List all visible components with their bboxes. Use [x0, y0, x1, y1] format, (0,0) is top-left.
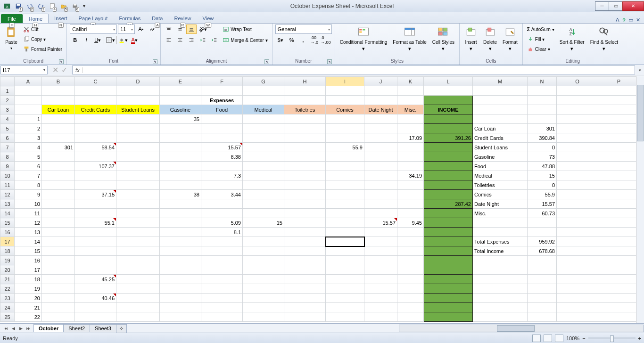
wrap-text-button[interactable]: abWrap Text — [221, 24, 269, 34]
cell[interactable] — [201, 294, 243, 303]
cell[interactable] — [160, 228, 201, 237]
cell[interactable]: Car Loan — [473, 124, 528, 133]
cell[interactable] — [326, 246, 364, 256]
qat-new[interactable]: 4 — [47, 1, 58, 11]
cell[interactable] — [557, 312, 598, 322]
cell[interactable] — [326, 303, 364, 312]
cell[interactable] — [326, 171, 364, 180]
cell[interactable]: 107.37 — [75, 162, 116, 171]
cell[interactable] — [326, 124, 364, 133]
cell[interactable]: 390.84 — [528, 133, 557, 143]
cell[interactable] — [528, 105, 557, 114]
cell[interactable]: 8 — [15, 180, 42, 190]
row-header[interactable]: 11 — [0, 180, 15, 190]
cell[interactable] — [473, 294, 528, 303]
cell[interactable] — [160, 152, 201, 162]
qat-undo[interactable]: 2 — [25, 1, 35, 11]
autosum-button[interactable]: Σ AutoSum ▾ — [526, 24, 556, 34]
column-header[interactable]: D — [116, 77, 160, 86]
tab-home[interactable]: HomeH — [23, 14, 49, 23]
cell[interactable] — [528, 303, 557, 312]
italic-button[interactable]: I — [81, 35, 91, 45]
cell[interactable] — [598, 199, 640, 209]
merge-center-button[interactable]: Merge & Center ▾ — [221, 35, 269, 45]
insert-cells-button[interactable]: Insert▾ — [462, 24, 479, 53]
cell[interactable] — [364, 152, 397, 162]
cell[interactable] — [160, 162, 201, 171]
cell[interactable] — [364, 180, 397, 190]
row-header[interactable]: 22 — [0, 284, 15, 294]
cell[interactable] — [160, 171, 201, 180]
cell[interactable] — [424, 190, 473, 199]
cell[interactable]: 15.57 — [528, 199, 557, 209]
cell[interactable]: 55.9 — [326, 143, 364, 152]
cell[interactable] — [42, 114, 75, 124]
cell[interactable]: Medical — [243, 105, 284, 114]
cell[interactable] — [284, 265, 326, 275]
sheet-tab-sheet3[interactable]: Sheet3 — [90, 324, 116, 332]
cell[interactable] — [364, 199, 397, 209]
excel-icon[interactable]: X — [2, 1, 12, 11]
spreadsheet-grid[interactable]: ABCDEFGHIJKLMNOP12Expenses3Car LoanCredi… — [0, 76, 644, 323]
cell[interactable] — [116, 124, 160, 133]
cell[interactable] — [364, 171, 397, 180]
cell[interactable] — [424, 180, 473, 190]
cell[interactable]: 12 — [15, 218, 42, 228]
cell[interactable] — [284, 180, 326, 190]
cell[interactable] — [473, 265, 528, 275]
cell[interactable]: 15 — [528, 171, 557, 180]
cell[interactable] — [424, 256, 473, 265]
row-header[interactable]: 10 — [0, 171, 15, 180]
cell[interactable]: 22 — [15, 312, 42, 322]
cell[interactable]: Food — [201, 105, 243, 114]
cell[interactable] — [284, 228, 326, 237]
cell[interactable] — [284, 143, 326, 152]
row-header[interactable]: 13 — [0, 199, 15, 209]
cell[interactable] — [201, 256, 243, 265]
cell[interactable] — [598, 303, 640, 312]
cell[interactable] — [160, 180, 201, 190]
row-header[interactable]: 5 — [0, 124, 15, 133]
cell[interactable] — [284, 209, 326, 218]
cell[interactable] — [557, 256, 598, 265]
row-header[interactable]: 3 — [0, 105, 15, 114]
cut-button[interactable]: Cut — [22, 24, 64, 34]
column-header[interactable]: P — [598, 77, 640, 86]
align-left-icon[interactable] — [164, 35, 174, 45]
cell[interactable] — [243, 86, 284, 96]
column-header[interactable]: G — [243, 77, 284, 86]
cell[interactable] — [284, 284, 326, 294]
qat-print[interactable]: 6 — [70, 1, 80, 11]
cell[interactable]: 15.57 — [201, 143, 243, 152]
cell[interactable] — [15, 96, 42, 105]
vertical-scrollbar[interactable] — [636, 76, 644, 323]
cell[interactable]: 9.45 — [397, 218, 424, 228]
cell[interactable] — [243, 124, 284, 133]
cell[interactable] — [201, 199, 243, 209]
column-header[interactable]: F — [201, 77, 243, 86]
row-header[interactable]: 19 — [0, 256, 15, 265]
cell[interactable]: 4 — [15, 143, 42, 152]
cell[interactable] — [424, 143, 473, 152]
cell[interactable] — [15, 86, 42, 96]
cell[interactable] — [284, 162, 326, 171]
row-header[interactable]: 1 — [0, 86, 15, 96]
cell[interactable] — [326, 199, 364, 209]
cell[interactable] — [284, 96, 326, 105]
cell[interactable] — [201, 180, 243, 190]
cell[interactable]: 287.42 — [424, 199, 473, 209]
cell[interactable] — [160, 133, 201, 143]
cell[interactable] — [75, 199, 116, 209]
cell[interactable]: 11 — [15, 209, 42, 218]
row-header[interactable]: 17 — [0, 237, 15, 246]
cell[interactable] — [557, 294, 598, 303]
cell[interactable] — [424, 246, 473, 256]
cell[interactable] — [424, 86, 473, 96]
cell[interactable]: 6 — [15, 162, 42, 171]
cell[interactable] — [243, 190, 284, 199]
cell[interactable] — [424, 152, 473, 162]
row-header[interactable]: 14 — [0, 209, 15, 218]
cell[interactable] — [528, 284, 557, 294]
cell[interactable] — [364, 294, 397, 303]
cell[interactable] — [243, 294, 284, 303]
